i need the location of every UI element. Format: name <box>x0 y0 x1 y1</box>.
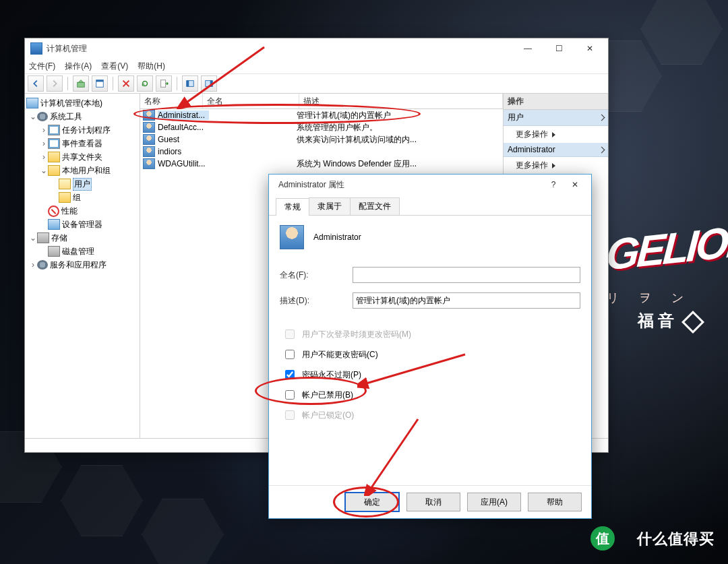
tree-users[interactable]: 用户 <box>73 178 92 191</box>
svg-rect-0 <box>78 82 85 87</box>
toolbar <box>25 73 608 94</box>
tab-profile[interactable]: 配置文件 <box>350 197 400 215</box>
app-icon <box>30 42 42 55</box>
checkbox[interactable] <box>285 370 295 379</box>
dialog-titlebar[interactable]: Administrator 属性 ? ✕ <box>269 175 591 195</box>
tools-icon <box>37 112 48 121</box>
description-label: 描述(D): <box>280 295 353 307</box>
help-button[interactable]: 帮助 <box>528 493 582 511</box>
tree-systools[interactable]: 系统工具 <box>50 111 82 123</box>
expander-icon[interactable]: › <box>29 260 37 270</box>
tree-event[interactable]: 事件查看器 <box>62 138 102 150</box>
toolbar-export-button[interactable] <box>156 75 172 92</box>
ok-button[interactable]: 确定 <box>344 492 400 512</box>
toolbar-delete-button[interactable] <box>118 75 134 92</box>
tree-storage[interactable]: 存储 <box>51 232 67 244</box>
description-input[interactable] <box>353 292 580 309</box>
list-item[interactable]: Administrat...管理计算机(域)的内置帐户 <box>140 109 503 121</box>
cancel-button[interactable]: 取消 <box>406 493 460 511</box>
actions-group-admin[interactable]: Administrator <box>504 143 608 157</box>
expander-icon[interactable]: ⌄ <box>40 166 48 175</box>
column-header[interactable]: 名称 全名 描述 <box>140 94 503 109</box>
menubar: 文件(F) 操作(A) 查看(V) 帮助(H) <box>25 59 608 73</box>
tab-memberof[interactable]: 隶属于 <box>309 197 351 215</box>
list-item[interactable]: indiors <box>140 146 503 158</box>
list-item[interactable]: Guest供来宾访问计算机或访问域的内... <box>140 133 503 146</box>
svg-rect-5 <box>187 81 189 87</box>
cell-name: DefaultAcc... <box>158 123 209 132</box>
cell-name: indiors <box>158 147 209 156</box>
col-name[interactable]: 名称 <box>140 94 203 108</box>
performance-icon <box>48 206 59 217</box>
minimize-button[interactable]: — <box>512 39 543 58</box>
menu-help[interactable]: 帮助(H) <box>138 61 165 72</box>
cell-desc: 管理计算机(域)的内置帐户 <box>297 110 391 121</box>
tree-svc[interactable]: 服务和应用程序 <box>50 259 107 271</box>
cell-name: Guest <box>158 135 209 144</box>
action-more[interactable]: 更多操作 <box>504 157 608 174</box>
list-item[interactable]: WDAGUtilit...系统为 Windows Defender 应用... <box>140 158 503 170</box>
col-desc[interactable]: 描述 <box>299 94 503 108</box>
nav-back-button[interactable] <box>28 75 44 92</box>
close-button[interactable]: ✕ <box>574 39 605 58</box>
chk-account-locked: 帐户已锁定(O) <box>280 408 580 422</box>
chk-cannot-change[interactable]: 用户不能更改密码(C) <box>280 348 580 361</box>
tab-strip: 常规 隶属于 配置文件 <box>269 197 591 216</box>
expander-icon[interactable]: › <box>40 125 48 135</box>
desktop-background: GELION リ ヲ ン 福音 值 什么值得买 计算机管理 — ☐ ✕ 文件(F… <box>0 0 728 564</box>
dialog-close-button[interactable]: ✕ <box>562 175 588 194</box>
tree-perf[interactable]: 性能 <box>61 206 78 217</box>
expander-icon[interactable]: ⌄ <box>29 233 37 243</box>
svg-rect-3 <box>161 80 166 88</box>
tree-groups[interactable]: 组 <box>73 192 81 203</box>
action-more[interactable]: 更多操作 <box>504 126 608 143</box>
chk-label: 用户不能更改密码(C) <box>302 349 378 361</box>
toolbar-pane1-button[interactable] <box>182 75 198 92</box>
disk-icon <box>48 246 60 257</box>
tree-task[interactable]: 任务计划程序 <box>62 125 111 136</box>
help-button[interactable]: ? <box>545 180 562 189</box>
chk-never-expires[interactable]: 密码永不过期(P) <box>280 368 580 381</box>
tree-localusers[interactable]: 本地用户和组 <box>62 165 111 177</box>
storage-icon <box>37 232 49 243</box>
toolbar-refresh-button[interactable] <box>137 75 153 92</box>
device-icon <box>48 219 60 230</box>
services-icon <box>37 260 48 270</box>
shared-icon <box>48 152 60 162</box>
chk-account-disabled[interactable]: 帐户已禁用(B) <box>280 388 580 402</box>
tree-root[interactable]: 计算机管理(本地) <box>40 98 102 109</box>
tab-general[interactable]: 常规 <box>276 198 309 216</box>
fullname-input[interactable] <box>353 267 580 283</box>
actions-header: 操作 <box>504 94 608 110</box>
maximize-button[interactable]: ☐ <box>543 39 574 58</box>
tree-shared[interactable]: 共享文件夹 <box>62 152 102 163</box>
apply-button[interactable]: 应用(A) <box>467 493 521 511</box>
tree-disk[interactable]: 磁盘管理 <box>62 246 94 257</box>
tree-dev[interactable]: 设备管理器 <box>62 219 102 230</box>
menu-file[interactable]: 文件(F) <box>29 61 55 72</box>
toolbar-up-button[interactable] <box>73 75 89 92</box>
checkbox <box>285 410 295 420</box>
col-fullname[interactable]: 全名 <box>203 94 299 108</box>
expander-icon[interactable]: › <box>40 152 48 162</box>
triangle-icon <box>552 163 555 168</box>
triangle-icon <box>552 132 555 137</box>
svg-rect-7 <box>210 81 213 87</box>
expander-icon[interactable]: ⌄ <box>29 112 37 121</box>
checkbox <box>285 330 295 339</box>
actions-group-user[interactable]: 用户 <box>504 110 608 126</box>
list-item[interactable]: DefaultAcc...系统管理的用户帐户。 <box>140 121 503 133</box>
checkbox[interactable] <box>285 350 295 359</box>
nav-tree[interactable]: 计算机管理(本地) ⌄系统工具 ›任务计划程序 ›事件查看器 ›共享文件夹 ⌄本… <box>25 94 140 438</box>
properties-dialog: Administrator 属性 ? ✕ 常规 隶属于 配置文件 Adminis… <box>268 174 592 519</box>
svg-rect-2 <box>96 80 104 82</box>
chk-label: 帐户已禁用(B) <box>302 389 353 401</box>
toolbar-props-button[interactable] <box>92 75 108 92</box>
expander-icon[interactable]: › <box>40 139 48 148</box>
menu-action[interactable]: 操作(A) <box>65 61 92 72</box>
toolbar-pane2-button[interactable] <box>201 75 217 92</box>
checkbox[interactable] <box>285 390 295 400</box>
menu-view[interactable]: 查看(V) <box>101 61 128 72</box>
titlebar[interactable]: 计算机管理 — ☐ ✕ <box>25 38 608 59</box>
nav-forward-button[interactable] <box>47 75 63 92</box>
